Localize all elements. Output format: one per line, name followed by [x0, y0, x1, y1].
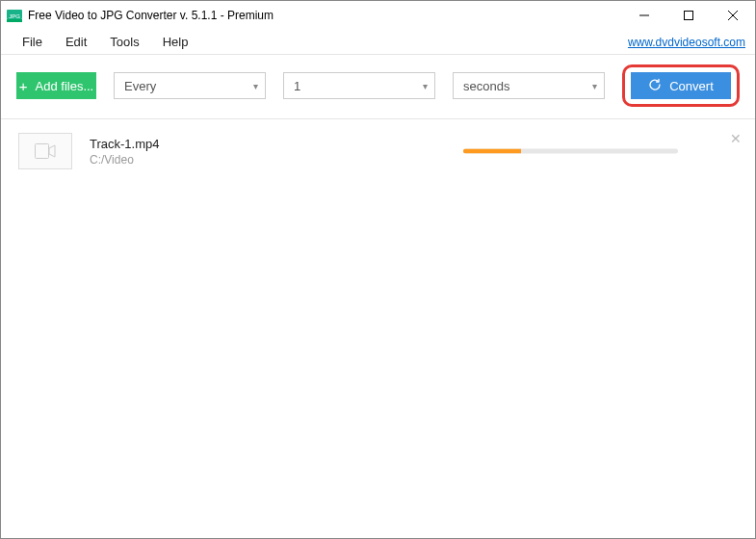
interval-value-select[interactable]: 1 [283, 72, 435, 99]
video-thumbnail [18, 133, 72, 169]
plus-icon: + [19, 79, 28, 93]
svg-rect-1 [7, 19, 22, 22]
interval-unit-value: seconds [463, 79, 509, 93]
menu-file[interactable]: File [11, 35, 54, 49]
convert-highlight: Convert [622, 64, 740, 107]
convert-button[interactable]: Convert [631, 72, 731, 99]
menu-tools[interactable]: Tools [98, 35, 150, 49]
interval-mode-select[interactable]: Every [114, 72, 266, 99]
app-icon: JPG [7, 8, 22, 23]
window-controls [622, 1, 755, 30]
interval-value: 1 [294, 79, 300, 93]
maximize-button[interactable] [666, 1, 711, 30]
menu-edit[interactable]: Edit [54, 35, 98, 49]
interval-mode-value: Every [124, 79, 156, 93]
add-files-label: Add files... [36, 79, 94, 93]
file-meta: Track-1.mp4 C:/Video [90, 137, 159, 167]
svg-rect-7 [36, 144, 49, 159]
interval-unit-select[interactable]: seconds [453, 72, 605, 99]
convert-label: Convert [669, 79, 714, 93]
titlebar: JPG Free Video to JPG Converter v. 5.1.1… [1, 1, 755, 30]
progress-fill [463, 149, 521, 154]
progress-bar [463, 149, 678, 154]
close-button[interactable] [711, 1, 755, 30]
remove-file-button[interactable]: ✕ [730, 131, 742, 146]
file-path: C:/Video [90, 153, 159, 167]
refresh-icon [648, 78, 662, 94]
svg-rect-4 [685, 12, 693, 20]
window-title: Free Video to JPG Converter v. 5.1.1 - P… [28, 9, 274, 22]
site-link[interactable]: www.dvdvideosoft.com [628, 36, 745, 49]
file-name: Track-1.mp4 [90, 137, 159, 151]
file-list: Track-1.mp4 C:/Video ✕ [1, 119, 755, 183]
svg-text:JPG: JPG [9, 13, 20, 19]
file-row[interactable]: Track-1.mp4 C:/Video ✕ [1, 125, 755, 177]
toolbar: + Add files... Every ▾ 1 ▾ seconds ▾ Con… [1, 55, 755, 119]
minimize-button[interactable] [622, 1, 666, 30]
close-icon: ✕ [730, 131, 742, 146]
add-files-button[interactable]: + Add files... [16, 72, 96, 99]
menu-help[interactable]: Help [151, 35, 200, 49]
menubar: File Edit Tools Help www.dvdvideosoft.co… [1, 30, 755, 55]
